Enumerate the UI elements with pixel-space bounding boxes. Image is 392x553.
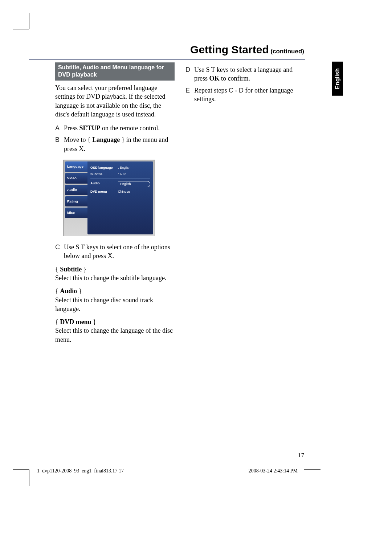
step-a: A Press SETUP on the remote control.	[55, 124, 175, 132]
osd-menu-screenshot: Language Video Audio Rating Misc OSD lan…	[63, 160, 155, 236]
right-column: D Use S T keys to select a language and …	[185, 62, 305, 348]
osd-menu-options: OSD language: English Subtitle: Auto Aud…	[87, 161, 153, 234]
header-rule	[29, 59, 305, 60]
step-e: E Repeat steps C - D for other language …	[185, 86, 305, 104]
page-number: 17	[298, 452, 304, 459]
language-tab: English	[332, 62, 343, 96]
option-subtitle: { Subtitle } Select this to change the s…	[55, 265, 175, 283]
step-marker-a: A	[55, 124, 64, 132]
osd-tab-audio: Audio	[65, 185, 87, 195]
step-marker-c: C	[55, 243, 64, 261]
option-audio: { Audio } Select this to change disc sou…	[55, 287, 175, 313]
osd-tab-video: Video	[65, 173, 87, 184]
footer-timestamp: 2008-03-24 2:43:14 PM	[249, 468, 298, 474]
step-marker-d: D	[185, 65, 194, 83]
osd-tab-misc: Misc	[65, 208, 87, 218]
footer-file: 1_dvp1120-2008_93_eng1_final813.17 17	[37, 468, 124, 474]
step-d: D Use S T keys to select a language and …	[185, 65, 305, 83]
header-continued: (continued)	[269, 48, 304, 55]
step-marker-b: B	[55, 135, 64, 153]
header-title: Getting Started	[190, 44, 269, 56]
section-heading: Subtitle, Audio and Menu language for DV…	[55, 62, 175, 81]
osd-tab-rating: Rating	[65, 196, 87, 207]
osd-tab-language: Language	[65, 161, 87, 172]
footer: 1_dvp1120-2008_93_eng1_final813.17 17 20…	[37, 468, 298, 474]
osd-menu-tabs: Language Video Audio Rating Misc	[65, 161, 87, 234]
left-column: Subtitle, Audio and Menu language for DV…	[55, 62, 175, 348]
page-content: Getting Started (continued) English Subt…	[29, 29, 305, 468]
page-header: Getting Started (continued)	[29, 44, 305, 56]
step-marker-e: E	[185, 86, 194, 104]
option-dvdmenu: { DVD menu } Select this to change the l…	[55, 318, 175, 344]
step-b: B Move to { Language } in the menu and p…	[55, 135, 175, 153]
step-c: C Use S T keys to select one of the opti…	[55, 243, 175, 261]
intro-paragraph: You can select your preferred language s…	[55, 83, 175, 119]
